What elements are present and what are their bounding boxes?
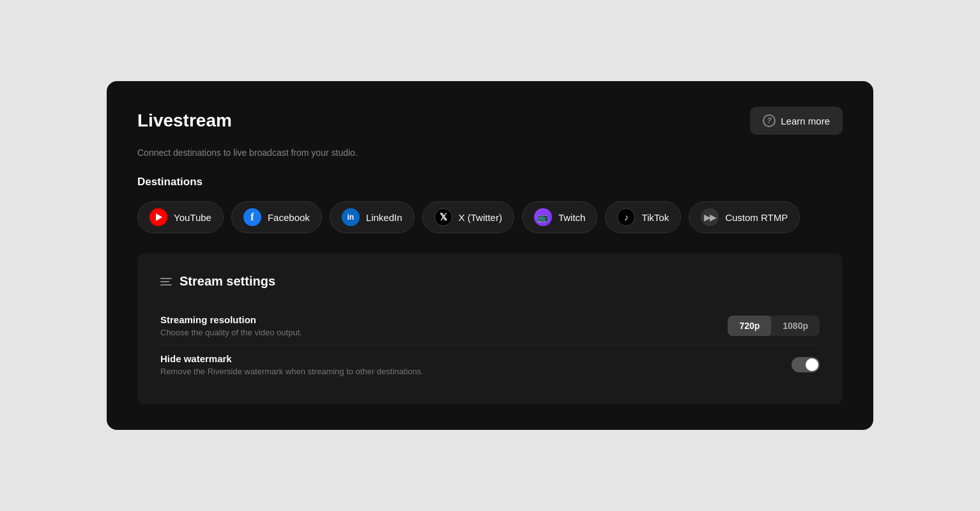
rtmp-symbol: ▶▶ [704,213,716,222]
watermark-label: Hide watermark [160,353,424,364]
resolution-description: Choose the quality of the video output. [160,328,302,337]
watermark-toggle[interactable] [792,357,820,372]
rtmp-label: Custom RTMP [725,212,788,223]
stream-settings-panel: Stream settings Streaming resolution Cho… [137,254,843,404]
watermark-info: Hide watermark Remove the Riverside wate… [160,353,424,376]
twitter-icon: 𝕏 [434,208,452,226]
main-panel: Livestream ? Learn more Connect destinat… [107,81,873,430]
destination-tiktok[interactable]: ♪ TikTok [605,201,681,233]
facebook-icon: f [243,208,261,226]
destinations-title: Destinations [137,176,843,188]
resolution-720p-button[interactable]: 720p [728,316,771,336]
destination-twitter[interactable]: 𝕏 X (Twitter) [422,201,514,233]
twitch-symbol: 📺 [537,212,548,222]
facebook-f-letter: f [250,211,254,223]
resolution-1080p-button[interactable]: 1080p [771,316,820,336]
watermark-setting-row: Hide watermark Remove the Riverside wate… [160,345,820,384]
twitch-label: Twitch [558,212,586,223]
page-wrapper: Livestream ? Learn more Connect destinat… [0,0,980,511]
x-letter: 𝕏 [440,211,447,223]
header-row: Livestream ? Learn more [137,107,843,135]
youtube-label: YouTube [174,212,211,223]
resolution-info: Streaming resolution Choose the quality … [160,314,302,337]
stream-settings-header: Stream settings [160,274,820,289]
tiktok-icon: ♪ [617,208,635,226]
page-title: Livestream [137,111,232,131]
learn-more-button[interactable]: ? Learn more [750,107,843,135]
subtitle-text: Connect destinations to live broadcast f… [137,148,843,158]
youtube-play-triangle [156,213,162,221]
help-icon: ? [763,114,776,127]
destination-linkedin[interactable]: in LinkedIn [330,201,415,233]
resolution-label: Streaming resolution [160,314,302,325]
resolution-toggle[interactable]: 720p 1080p [728,316,820,336]
resolution-setting-row: Streaming resolution Choose the quality … [160,307,820,345]
watermark-description: Remove the Riverside watermark when stre… [160,367,424,376]
destination-twitch[interactable]: 📺 Twitch [522,201,598,233]
destination-rtmp[interactable]: ▶▶ Custom RTMP [689,201,800,233]
destination-facebook[interactable]: f Facebook [231,201,322,233]
linkedin-in-text: in [347,213,354,222]
destinations-row: YouTube f Facebook in LinkedIn 𝕏 [137,201,843,233]
twitter-label: X (Twitter) [459,212,502,223]
learn-more-label: Learn more [781,116,830,126]
facebook-label: Facebook [268,212,310,223]
linkedin-icon: in [342,208,360,226]
tiktok-symbol: ♪ [624,212,629,222]
twitch-icon: 📺 [534,208,552,226]
rtmp-icon: ▶▶ [701,208,719,226]
sliders-icon [160,278,172,286]
linkedin-label: LinkedIn [366,212,402,223]
destination-youtube[interactable]: YouTube [137,201,224,233]
tiktok-label: TikTok [641,212,669,223]
stream-settings-title: Stream settings [180,274,275,289]
youtube-icon [149,208,167,226]
